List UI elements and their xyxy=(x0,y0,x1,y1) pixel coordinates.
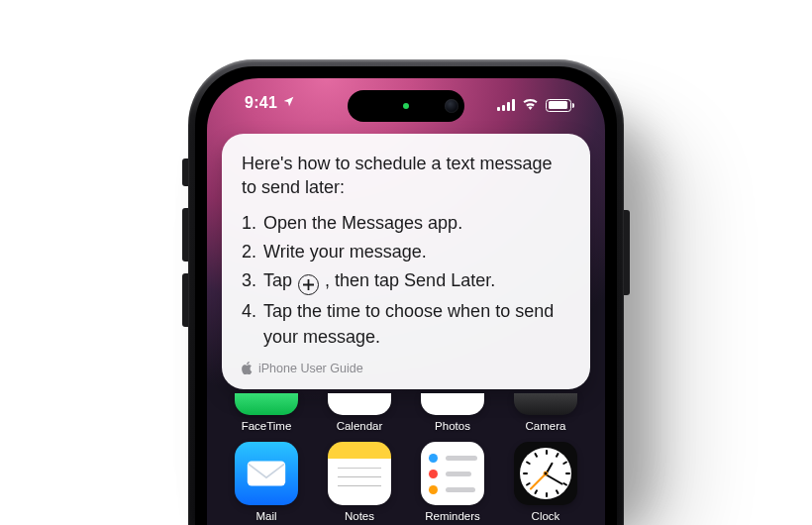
app-label: Photos xyxy=(435,420,470,432)
battery-icon xyxy=(546,99,571,112)
app-reminders[interactable]: Reminders xyxy=(415,442,490,522)
svg-rect-0 xyxy=(248,462,285,486)
app-label: Reminders xyxy=(425,510,480,522)
camera-icon xyxy=(514,393,577,415)
card-step-1: Open the Messages app. xyxy=(242,210,570,236)
app-label: Mail xyxy=(255,510,276,522)
facetime-icon xyxy=(235,393,298,415)
phone-screen: 9:41 Here's how to schedule a xyxy=(207,78,605,525)
phone-frame: 9:41 Here's how to schedule a xyxy=(188,59,624,525)
apple-logo-icon xyxy=(242,362,253,374)
app-facetime[interactable]: FaceTime xyxy=(229,393,304,432)
app-label: Camera xyxy=(526,420,566,432)
siri-answer-card[interactable]: Here's how to schedule a text message to… xyxy=(222,134,590,389)
card-step-3b: , then tap Send Later. xyxy=(325,270,495,290)
notes-icon xyxy=(328,442,391,505)
wifi-icon xyxy=(522,96,539,114)
app-photos[interactable]: Photos xyxy=(415,393,490,432)
app-mail[interactable]: Mail xyxy=(229,442,304,522)
card-step-3: Tap , then tap Send Later. xyxy=(242,267,570,295)
app-clock[interactable]: Clock xyxy=(508,442,583,522)
app-label: FaceTime xyxy=(242,420,292,432)
clock-icon xyxy=(514,442,577,505)
calendar-icon xyxy=(328,393,391,415)
app-notes[interactable]: Notes xyxy=(322,442,397,522)
status-bar: 9:41 xyxy=(207,92,605,120)
plus-circle-icon xyxy=(298,274,319,295)
card-step-2: Write your message. xyxy=(242,239,570,264)
home-screen-apps: FaceTime Calendar Photos Camera xyxy=(207,393,605,525)
reminders-icon xyxy=(421,442,484,505)
mail-icon xyxy=(235,442,298,505)
app-label: Notes xyxy=(345,510,374,522)
card-source: iPhone User Guide xyxy=(242,362,570,375)
app-label: Clock xyxy=(532,510,560,522)
status-time: 9:41 xyxy=(245,94,295,112)
app-calendar[interactable]: Calendar xyxy=(322,393,397,432)
card-source-text: iPhone User Guide xyxy=(258,362,363,375)
side-power-button[interactable] xyxy=(624,210,630,295)
card-step-3a: Tap xyxy=(263,270,297,290)
status-time-text: 9:41 xyxy=(245,94,277,112)
app-label: Calendar xyxy=(337,420,383,432)
app-camera[interactable]: Camera xyxy=(508,393,583,432)
card-lead-text: Here's how to schedule a text message to… xyxy=(242,152,570,200)
cellular-signal-icon xyxy=(497,99,515,111)
card-step-4: Tap the time to choose when to send your… xyxy=(242,298,570,350)
photos-icon xyxy=(421,393,484,415)
location-arrow-icon xyxy=(282,94,295,112)
